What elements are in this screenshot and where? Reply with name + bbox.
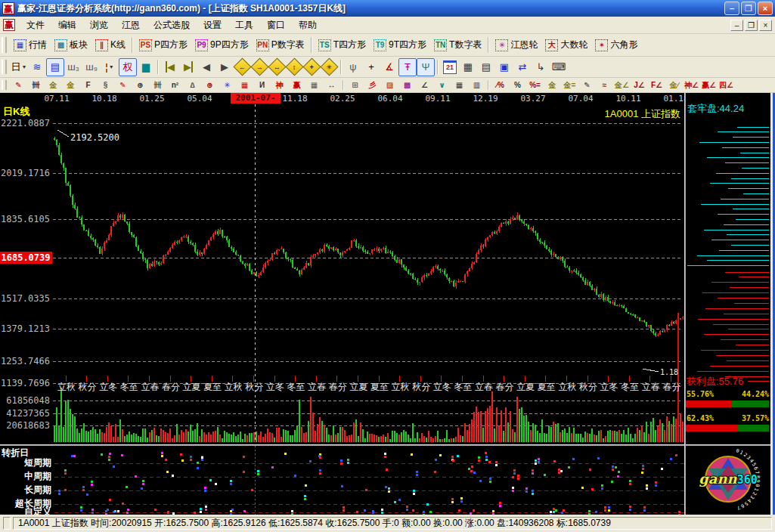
quotes-button[interactable]: ▦行情 [10, 36, 51, 54]
gann-tool-16[interactable]: 赢 [288, 79, 305, 91]
gann-tool-41[interactable]: 赢∠ [700, 79, 718, 91]
system-button[interactable]: ⌨ [550, 58, 568, 76]
candle-style-button[interactable]: ¦▼ [101, 58, 119, 76]
gann-tool-27[interactable]: ▥ [468, 79, 485, 91]
gann-tool-34[interactable]: ✎ [578, 79, 596, 91]
gann-tool-26[interactable]: ▦ [451, 79, 468, 91]
crosshair-button[interactable]: + [362, 58, 380, 76]
gann-tool-33[interactable]: 金= [561, 79, 578, 91]
menu-2[interactable]: 浏览 [83, 17, 115, 34]
gann-tool-2[interactable]: 金 [45, 79, 62, 91]
gann-tool-21[interactable]: 彡 [364, 79, 381, 91]
calendar-button[interactable]: 21 [441, 58, 459, 76]
p-square-button[interactable]: PSP四方形 [135, 36, 191, 54]
gann-tool-32[interactable]: 金 [544, 79, 561, 91]
center-diamond-button[interactable]: + [302, 57, 321, 76]
export-button[interactable]: ⇄ [513, 58, 532, 76]
close-button[interactable]: × [758, 2, 773, 15]
t-table-button[interactable]: TNT数字表 [430, 36, 485, 54]
notes-button[interactable]: ▤ [477, 58, 495, 76]
gann-tool-35[interactable]: ≈ [596, 79, 613, 91]
menu-7[interactable]: 窗口 [260, 17, 292, 34]
goto-first-button[interactable]: ◀ [161, 58, 179, 76]
gann-tool-36[interactable]: 金∠ [613, 79, 631, 91]
doc-export-button[interactable]: ↳ [532, 58, 550, 76]
save-button[interactable]: ▣ [495, 58, 513, 76]
gann-tool-39[interactable]: 金∕ [665, 79, 683, 91]
prev-button[interactable]: ◀ [197, 58, 215, 76]
gann-tool-29[interactable]: ∕% [491, 79, 509, 91]
restore-rights-button[interactable]: 权 [119, 58, 137, 76]
overlay-curves-button[interactable]: ≋ [28, 58, 46, 76]
chip-distribution-panel[interactable]: 套牢盘:44.24获利盘:55.7655.76%44.24%62.43%37.5… [686, 93, 770, 444]
menu-0[interactable]: 文件 [20, 17, 51, 34]
angle-measure-button[interactable]: ∡ [380, 58, 398, 76]
turning-day-panel[interactable]: 转折日短周期中周期长周期超长周期自定义 [0, 446, 684, 515]
mdi-restore-button[interactable]: ❐ [745, 20, 758, 31]
hexagon-button[interactable]: ✶六角形 [591, 36, 641, 54]
gann-tool-13[interactable]: ▦ [236, 79, 253, 91]
histogram-button[interactable]: ▆ [137, 58, 155, 76]
expand-v-diamond-button[interactable]: ↕ [285, 57, 303, 76]
mdi-minimize-button[interactable]: – [730, 20, 743, 31]
gann-tool-12[interactable]: ✳ [219, 79, 236, 91]
gann-tool-teal-button[interactable]: Ψ [417, 58, 435, 76]
shift-left-diamond-button[interactable]: ← [233, 57, 251, 76]
menu-4[interactable]: 公式选股 [147, 17, 197, 34]
bars-3-button[interactable]: ш₃ [64, 58, 82, 76]
9t-square-button[interactable]: T99T四方形 [370, 36, 430, 54]
t-square-button[interactable]: TST四方形 [315, 36, 370, 54]
kline-chart[interactable]: 2221.08872019.17161835.61051517.03351379… [0, 104, 684, 444]
menu-6[interactable]: 工具 [228, 17, 260, 34]
document-icon[interactable]: 赢 [3, 19, 15, 31]
gann-tool-14[interactable]: И [253, 79, 271, 91]
expand-h-diamond-button[interactable]: ↔ [268, 57, 286, 76]
gann-tool-4[interactable]: F [79, 79, 97, 91]
info-panel-button[interactable]: ▤ [46, 58, 64, 76]
shift-right-diamond-button[interactable]: → [250, 57, 268, 76]
menu-8[interactable]: 帮助 [292, 17, 324, 34]
gann-tool-15[interactable]: 神 [271, 79, 288, 91]
gann-tool-30[interactable]: % [509, 79, 526, 91]
gann-tool-17[interactable]: ▦ [305, 79, 323, 91]
maximize-button[interactable]: ❐ [741, 2, 756, 15]
gann-tool-37[interactable]: J∠ [631, 79, 648, 91]
gann-wheel-button[interactable]: ✳江恩轮 [491, 36, 541, 54]
gann-tool-23[interactable]: ▩ [398, 79, 416, 91]
menu-5[interactable]: 设置 [197, 17, 228, 34]
minimize-button[interactable]: – [724, 2, 739, 15]
gann-tool-24[interactable]: ∠ [416, 79, 433, 91]
menu-1[interactable]: 编辑 [51, 17, 83, 34]
title-bar[interactable]: 赢 赢家-江恩证券分析系统(http://gann360.com) - [上证指… [0, 0, 775, 17]
menu-3[interactable]: 江恩 [115, 17, 147, 34]
gann-tool-20[interactable]: ⊞ [346, 79, 364, 91]
goto-last-button[interactable]: ▶ [179, 58, 197, 76]
gann-tool-0[interactable]: ✎ [10, 79, 27, 91]
bars-9-button[interactable]: ш₉ [82, 58, 101, 76]
gann-tool-10[interactable]: ∆ [184, 79, 201, 91]
9p-square-button[interactable]: P99P四方形 [191, 36, 253, 54]
gann-tool-6[interactable]: ✎ [114, 79, 132, 91]
gann-tool-8[interactable]: 卌 [149, 79, 166, 91]
gann-tool-31[interactable]: %= [526, 79, 544, 91]
zoom-all-diamond-button[interactable]: ✳ [320, 57, 338, 76]
gann-tool-7[interactable]: ⊕ [132, 79, 149, 91]
next-button[interactable]: ▶ [215, 58, 234, 76]
gann-tool-25[interactable]: ∨ [433, 79, 451, 91]
gann-tool-18[interactable]: ↔ [323, 79, 340, 91]
gann-tool-1[interactable]: 卌 [27, 79, 45, 91]
gann-tool-3[interactable]: 金 [62, 79, 79, 91]
gann-tool-5[interactable]: § [97, 79, 114, 91]
kline-button[interactable]: ∥K线 [91, 36, 129, 54]
kline-period-button[interactable]: 日▼ [10, 58, 28, 76]
p-table-button[interactable]: PNP数字表 [253, 36, 308, 54]
calculator-button[interactable]: ▦ [459, 58, 477, 76]
gann-tool-42[interactable]: 四∠ [718, 79, 735, 91]
sectors-button[interactable]: ▩板块 [51, 36, 91, 54]
gann-tool-38[interactable]: F∠ [648, 79, 665, 91]
gann-tool-9[interactable]: n² [166, 79, 184, 91]
pan-hand-button[interactable]: ψ [344, 58, 362, 76]
gann-tool-22[interactable]: ▨ [381, 79, 398, 91]
gann-tool-11[interactable]: ⊕ [201, 79, 219, 91]
gann-tool-40[interactable]: 神∠ [683, 79, 700, 91]
